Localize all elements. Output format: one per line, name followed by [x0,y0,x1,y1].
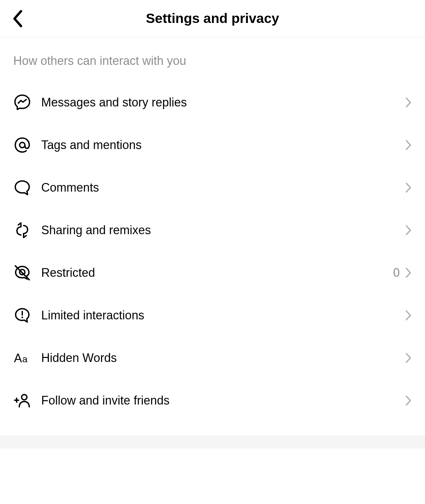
item-label: Hidden Words [41,351,405,365]
chevron-right-icon [405,310,412,321]
settings-item-limited[interactable]: Limited interactions [13,294,412,337]
item-label: Sharing and remixes [41,223,405,237]
item-value: 0 [393,266,400,280]
chevron-right-icon [405,225,412,236]
bottom-spacer [0,435,425,448]
settings-item-hidden-words[interactable]: A a Hidden Words [13,337,412,379]
chevron-right-icon [405,267,412,278]
item-label: Follow and invite friends [41,394,405,408]
item-label: Restricted [41,266,393,280]
svg-text:A: A [14,351,22,365]
item-label: Comments [41,181,405,195]
settings-item-comments[interactable]: Comments [13,166,412,209]
chevron-right-icon [405,182,412,193]
aa-icon: A a [13,349,31,367]
restricted-icon [13,264,31,282]
svg-point-3 [22,317,23,318]
item-label: Limited interactions [41,308,405,322]
back-button[interactable] [11,9,23,28]
chevron-left-icon [11,9,23,28]
settings-item-sharing[interactable]: Sharing and remixes [13,209,412,252]
chevron-right-icon [405,395,412,406]
limited-icon [13,306,31,324]
settings-item-follow[interactable]: Follow and invite friends [13,379,412,422]
settings-section: How others can interact with you Message… [0,37,425,422]
messenger-icon [13,93,31,111]
settings-item-tags[interactable]: Tags and mentions [13,124,412,166]
settings-item-restricted[interactable]: Restricted 0 [13,252,412,294]
chevron-right-icon [405,352,412,364]
at-icon [13,136,31,154]
chevron-right-icon [405,97,412,108]
svg-text:a: a [22,354,28,364]
share-icon [13,221,31,239]
follow-icon [13,392,31,410]
svg-point-0 [20,142,25,148]
item-label: Messages and story replies [41,95,405,109]
item-label: Tags and mentions [41,138,405,152]
svg-point-6 [22,395,27,400]
chevron-right-icon [405,139,412,151]
settings-item-messages[interactable]: Messages and story replies [13,81,412,124]
section-header: How others can interact with you [13,37,412,81]
header: Settings and privacy [0,0,425,37]
comment-icon [13,179,31,197]
page-title: Settings and privacy [13,11,412,26]
